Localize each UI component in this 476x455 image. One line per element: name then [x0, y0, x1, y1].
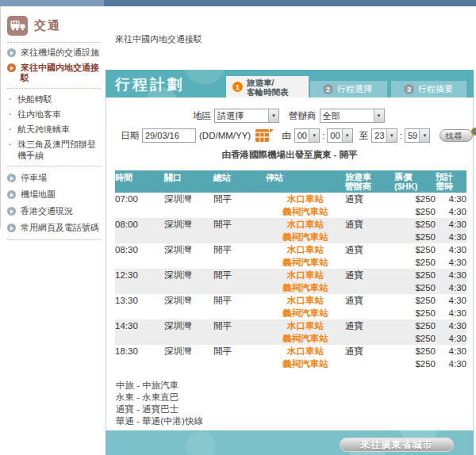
- arrow-bullet-icon: [7, 174, 16, 182]
- sidebar-item-car-parks[interactable]: 停車場: [7, 173, 101, 183]
- cell-stop: 水口車站: [266, 319, 345, 332]
- from-label: 由: [282, 130, 291, 142]
- stop-link[interactable]: 水口車站: [287, 296, 324, 305]
- sidebar-item-label: 常用網頁及電話號碼: [21, 223, 99, 233]
- cell-port: [164, 205, 213, 218]
- sidebar-item-airport-maps[interactable]: 機場地圖: [7, 189, 101, 200]
- date-format-hint: (DD/MM/YY): [199, 131, 251, 140]
- cell-operator: 通寶: [345, 269, 394, 281]
- cell-price: $250: [394, 193, 436, 205]
- stop-link[interactable]: 義祠汽車站: [282, 258, 328, 267]
- stop-link[interactable]: 義祠汽車站: [282, 232, 328, 242]
- to-minute-select[interactable]: 59 ▼: [405, 128, 431, 143]
- stop-link[interactable]: 水口車站: [287, 194, 324, 204]
- from-hour-select[interactable]: 00 ▼: [294, 128, 321, 143]
- operator-select[interactable]: 全部 ▼: [320, 109, 385, 123]
- col-header-time: 時間: [115, 170, 164, 193]
- divider: [7, 88, 101, 89]
- schedule-row: 義祠汽車站$2504:30: [115, 332, 466, 345]
- tab-itinerary-summary[interactable]: 3 行程摘要: [391, 81, 466, 98]
- cell-time: 18:30: [115, 345, 164, 358]
- search-button[interactable]: 找尋: [440, 129, 473, 142]
- stop-link[interactable]: 水口車站: [287, 245, 324, 254]
- cell-time: [115, 358, 164, 370]
- tab-itinerary-selection[interactable]: 2 行程選擇: [310, 81, 387, 98]
- schedule-row: 12:30深圳灣開平水口車站通寶$2504:30: [115, 269, 466, 281]
- arrow-bullet-icon: [7, 48, 16, 57]
- sidebar-item-label: 來往中國内地交通接駁: [21, 63, 101, 83]
- tab-coach-ferry-timetable[interactable]: 1 旅遊車/ 客輪時間表: [226, 76, 309, 98]
- stop-link[interactable]: 水口車站: [287, 220, 324, 229]
- sidebar-item-ferry-transfer[interactable]: 快船轉駁: [7, 94, 96, 105]
- schedule-row: 08:00深圳灣開平水口車站通寶$2504:30: [115, 218, 466, 231]
- cell-time: [115, 281, 164, 294]
- calendar-icon[interactable]: [255, 129, 274, 142]
- breadcrumb: 來往中國内地交通接駁: [115, 33, 202, 45]
- sidebar-item-label: 停車場: [21, 173, 47, 183]
- sidebar-item-mainland-coaches[interactable]: 往内地客車: [7, 109, 96, 120]
- cell-dur: 4:30: [436, 193, 466, 205]
- sidebar: 交通 來往機場的交通設施 來往中國内地交通接駁 快船轉駁 往内地客車 航天跨境轎…: [0, 6, 104, 228]
- divider: [7, 166, 101, 166]
- sidebar-item-airport-transport-facilities[interactable]: 來往機場的交通設施: [7, 48, 101, 58]
- cell-time: 08:00: [115, 218, 164, 231]
- cell-dur: 4:30: [436, 218, 466, 231]
- cell-time: 07:00: [115, 193, 164, 205]
- tab-number-badge: 2: [323, 84, 333, 94]
- stop-link[interactable]: 義祠汽車站: [282, 359, 328, 369]
- cell-port: [164, 358, 213, 370]
- guangdong-cities-button[interactable]: 來往廣東省城市: [340, 438, 454, 452]
- cell-price: $250: [394, 345, 436, 358]
- region-select[interactable]: 請選擇 ▼: [214, 109, 279, 123]
- cell-stop: 水口車站: [266, 269, 345, 281]
- cell-time: 12:30: [115, 269, 164, 281]
- stop-link[interactable]: 義祠汽車站: [282, 283, 328, 292]
- operator-legend: 中旅 - 中旅汽車 永東 - 永東直巴 通寶 - 通寶巴士 華通 - 華通(中港…: [116, 380, 473, 427]
- cell-terminus: [213, 256, 266, 269]
- sidebar-item-cross-boundary-limousine[interactable]: 航天跨境轎車: [7, 124, 96, 135]
- tab-number-badge: 1: [232, 82, 243, 92]
- date-input[interactable]: [142, 128, 196, 143]
- tab-number-badge: 3: [404, 84, 414, 94]
- stop-link[interactable]: 水口車站: [287, 346, 324, 356]
- cell-operator: 通寶: [345, 294, 394, 307]
- to-hour-select[interactable]: 23 ▼: [371, 128, 397, 143]
- schedule-row: 義祠汽車站$2504:30: [115, 358, 466, 370]
- cell-dur: 4:30: [436, 307, 466, 319]
- cell-operator: [345, 256, 394, 269]
- sidebar-item-prd-macau-checkin[interactable]: 珠三角及澳門預辦登機手續: [7, 139, 96, 161]
- operator-legend-line: 中旅 - 中旅汽車: [116, 380, 473, 392]
- from-minute-select[interactable]: 00 ▼: [327, 128, 353, 143]
- stop-link[interactable]: 義祠汽車站: [282, 207, 328, 216]
- stop-link[interactable]: 水口車站: [287, 270, 324, 280]
- cell-price: $250: [394, 218, 436, 231]
- tab-label: 行程選擇: [337, 83, 372, 95]
- schedule-table-body: 07:00深圳灣開平水口車站通寶$2504:30義祠汽車站$2504:3008:…: [115, 193, 466, 370]
- cell-port: [164, 332, 213, 345]
- chevron-down-icon: ▼: [386, 129, 397, 142]
- operator-legend-line: 永東 - 永東直巴: [116, 392, 473, 403]
- cell-operator: [345, 231, 394, 243]
- cell-stop: 義祠汽車站: [266, 256, 345, 269]
- cell-operator: [345, 205, 394, 218]
- cell-port: [164, 281, 213, 294]
- cell-time: 14:30: [115, 319, 164, 332]
- top-strip: [0, 0, 476, 6]
- cell-price: $250: [394, 269, 436, 281]
- schedule-table: 時間 關口 總站 停站 旅遊車 營辦商 票價 ($HK): [115, 170, 466, 370]
- cell-price: $250: [394, 319, 436, 332]
- cell-price: $250: [394, 256, 436, 269]
- stop-link[interactable]: 義祠汽車站: [282, 308, 328, 318]
- panel-title: 行程計劃: [115, 75, 185, 95]
- sidebar-item-mainland-china-transport[interactable]: 來往中國内地交通接駁: [7, 63, 101, 83]
- stop-link[interactable]: 水口車站: [287, 321, 324, 331]
- sidebar-item-useful-links-phones[interactable]: 常用網頁及電話號碼: [7, 223, 101, 233]
- cell-port: 深圳灣: [164, 294, 213, 307]
- cell-terminus: [213, 332, 266, 345]
- cell-port: [164, 231, 213, 243]
- sidebar-item-label: 機場地圖: [21, 189, 56, 200]
- sidebar-item-hk-traffic-conditions[interactable]: 香港交通現況: [7, 206, 101, 216]
- cell-dur: 4:30: [436, 231, 466, 243]
- stop-link[interactable]: 義祠汽車站: [282, 334, 328, 343]
- cell-operator: 通寶: [345, 243, 394, 256]
